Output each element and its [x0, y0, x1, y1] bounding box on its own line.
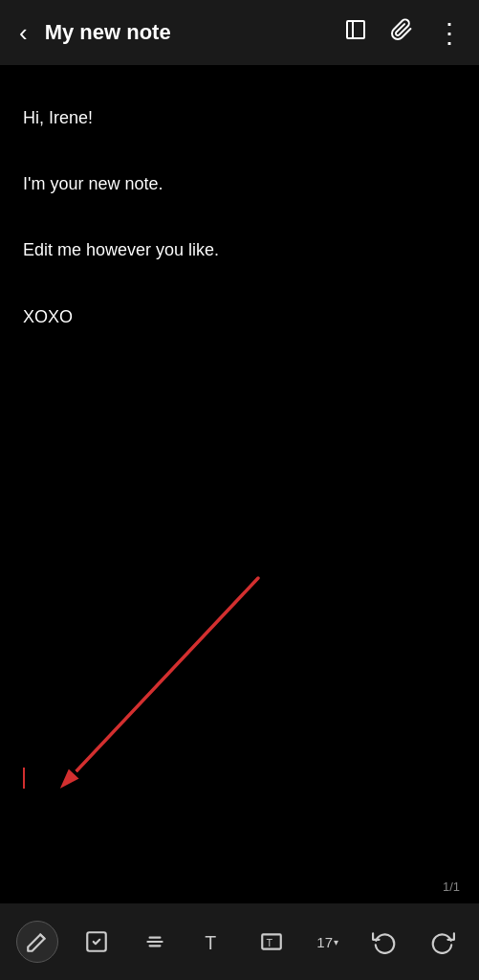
- marker-button[interactable]: [16, 921, 58, 963]
- text-button[interactable]: T: [193, 922, 233, 962]
- header: ‹ My new note ⋮: [0, 0, 479, 65]
- svg-text:T: T: [205, 932, 216, 953]
- checkbox-button[interactable]: [76, 922, 117, 962]
- page-number: 1/1: [443, 880, 460, 894]
- fontsize-value: 17: [316, 934, 333, 950]
- red-arrow-annotation: [29, 559, 296, 827]
- strikethrough-button[interactable]: [135, 922, 175, 962]
- svg-rect-0: [347, 21, 364, 38]
- undo-button[interactable]: [364, 922, 404, 962]
- note-body: Hi, Irene! I'm your new note. Edit me ho…: [23, 103, 456, 331]
- note-line-5: Edit me however you like.: [23, 235, 456, 265]
- textbox-button[interactable]: T: [251, 922, 292, 962]
- fontsize-dropdown-arrow: ▾: [334, 937, 338, 947]
- note-content-area[interactable]: Hi, Irene! I'm your new note. Edit me ho…: [0, 65, 479, 903]
- text-cursor: [23, 768, 25, 789]
- note-line-2: [23, 137, 456, 167]
- more-icon[interactable]: ⋮: [432, 13, 468, 53]
- note-line-4: [23, 203, 456, 233]
- paperclip-icon[interactable]: [386, 14, 417, 51]
- fontsize-label: 17▾: [316, 934, 338, 950]
- svg-text:T: T: [266, 937, 272, 948]
- fontsize-button[interactable]: 17▾: [309, 926, 346, 958]
- svg-line-3: [55, 578, 258, 793]
- bottom-toolbar: T T 17▾: [0, 903, 479, 980]
- note-line-6: [23, 269, 456, 299]
- back-button[interactable]: ‹: [11, 11, 35, 56]
- note-title: My new note: [45, 20, 340, 45]
- book-icon[interactable]: [340, 14, 371, 51]
- note-line-7: XOXO: [23, 302, 456, 332]
- redo-button[interactable]: [423, 922, 463, 962]
- note-line-3: I'm your new note.: [23, 169, 456, 199]
- header-icons: ⋮: [340, 13, 468, 53]
- note-line-1: Hi, Irene!: [23, 103, 456, 133]
